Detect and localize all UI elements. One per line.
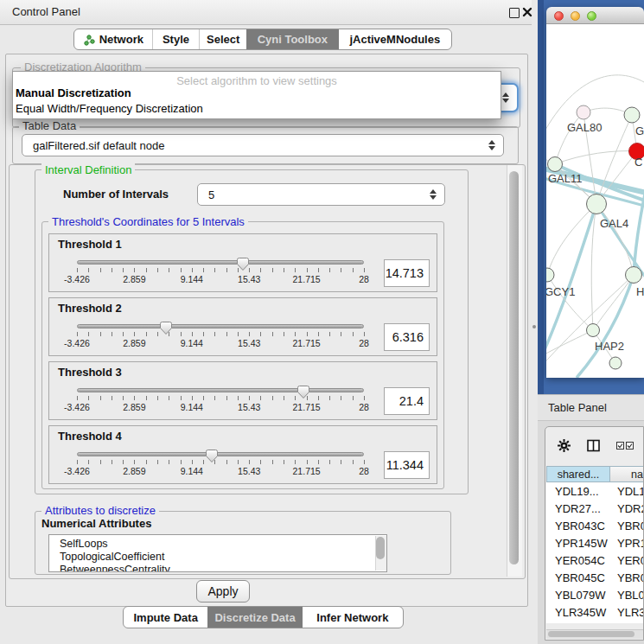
- slider-tick-label: -3.426: [64, 402, 90, 412]
- float-window-icon[interactable]: [509, 8, 520, 18]
- tab-label: Style: [163, 33, 189, 46]
- network-node[interactable]: [587, 324, 600, 337]
- algorithm-dropdown-popup: Select algorithm to view settings Manual…: [12, 71, 501, 119]
- table-cell: YER054C: [546, 554, 610, 567]
- threshold-slider[interactable]: -3.4262.8599.14415.4321.71528: [77, 257, 364, 290]
- table-row[interactable]: YBL079WYBL0: [546, 586, 644, 603]
- table-cell: YLR3: [610, 606, 644, 619]
- network-node-label: GAL80: [567, 121, 602, 134]
- panel-splitter-handle[interactable]: [532, 325, 536, 328]
- number-of-intervals-combobox[interactable]: 5: [197, 183, 445, 206]
- table-row[interactable]: YLR345WYLR3: [546, 603, 644, 621]
- attribute-item[interactable]: BetweennessCentrality: [49, 564, 386, 572]
- table-cell: YDL19...: [546, 485, 610, 498]
- tab-label: Select: [207, 33, 239, 46]
- table-row[interactable]: YIL052CYIL0: [546, 621, 644, 623]
- attribute-item[interactable]: SelfLoops: [49, 538, 386, 551]
- slider-track[interactable]: [77, 452, 364, 456]
- network-node[interactable]: [587, 194, 607, 214]
- vertical-scrollbar-thumb[interactable]: [509, 171, 519, 564]
- tab-style[interactable]: Style: [152, 29, 200, 49]
- table-row[interactable]: YER054CYER0: [546, 552, 644, 569]
- checkbox-icon[interactable]: [626, 442, 634, 450]
- mac-zoom-icon[interactable]: [587, 11, 596, 21]
- window-title: Control Panel: [12, 5, 80, 18]
- table-row[interactable]: YDL19...YDL1: [546, 482, 644, 500]
- threshold-slider[interactable]: -3.4262.8599.14415.4321.71528: [77, 449, 364, 481]
- dropdown-option-manual-discretization[interactable]: Manual Discretization: [16, 86, 131, 99]
- gear-icon[interactable]: [557, 438, 571, 453]
- number-of-intervals-label: Number of Intervals: [63, 188, 169, 201]
- table-cell: YBR0: [610, 571, 644, 584]
- tab-jactivemnodules[interactable]: jActiveMNodules: [339, 29, 451, 49]
- network-node[interactable]: [546, 268, 554, 282]
- tab-infer-network[interactable]: Infer Network: [303, 607, 403, 628]
- network-node[interactable]: [548, 157, 563, 172]
- thresholds-group-title: Threshold's Coordinates for 5 Intervals: [48, 215, 248, 228]
- tab-discretize-data[interactable]: Discretize Data: [207, 607, 302, 628]
- table-row[interactable]: YDR27...YDR2: [546, 500, 644, 517]
- combo-arrows-icon: [502, 92, 509, 103]
- network-node[interactable]: [626, 267, 642, 284]
- tab-label: Impute Data: [133, 611, 197, 624]
- network-node-label: GA: [635, 124, 644, 137]
- column-header-shared[interactable]: shared...: [546, 466, 610, 482]
- number-of-intervals-value: 5: [208, 188, 214, 201]
- slider-tick-label: 21.715: [293, 338, 321, 348]
- threshold-value-field[interactable]: 6.316: [384, 323, 430, 351]
- close-icon[interactable]: [522, 7, 532, 17]
- numerical-attributes-list[interactable]: SelfLoopsTopologicalCoefficientBetweenne…: [48, 534, 387, 572]
- tab-impute-data[interactable]: Impute Data: [124, 607, 207, 628]
- threshold-slider[interactable]: -3.4262.8599.14415.4321.71528: [77, 385, 364, 418]
- horizontal-scrollbar-thumb[interactable]: [548, 631, 634, 637]
- network-window-titlebar[interactable]: [546, 7, 644, 24]
- slider-tick-label: 28: [359, 274, 369, 284]
- table-data-group-title: Table Data: [19, 119, 80, 132]
- network-canvas[interactable]: GAL80GACGAL11GAL4GCY1HHAP2: [546, 24, 644, 378]
- tab-cyni-toolbox[interactable]: Cyni Toolbox: [246, 29, 339, 49]
- split-columns-icon[interactable]: [587, 439, 600, 452]
- attributes-list-scrollbar-thumb[interactable]: [376, 537, 385, 559]
- threshold-value-field[interactable]: 21.4: [384, 387, 430, 415]
- tab-network[interactable]: Network: [74, 29, 152, 49]
- column-header-name[interactable]: na: [610, 466, 644, 482]
- network-view-window[interactable]: GAL80GACGAL11GAL4GCY1HHAP2: [546, 7, 644, 378]
- table-cell: YDR27...: [546, 502, 610, 515]
- threshold-label: Threshold 2: [58, 302, 122, 315]
- combo-arrows-icon: [430, 189, 437, 200]
- numerical-attributes-label: Numerical Attributes: [41, 517, 151, 530]
- network-node[interactable]: [577, 105, 590, 119]
- slider-tick-label: 15.43: [238, 402, 260, 412]
- attribute-item[interactable]: TopologicalCoefficient: [49, 551, 386, 564]
- slider-track[interactable]: [77, 388, 364, 392]
- table-data-combobox[interactable]: galFiltered.sif default node: [22, 134, 504, 156]
- threshold-value-field[interactable]: 11.344: [384, 451, 430, 479]
- table-row[interactable]: YBR045CYBR0: [546, 569, 644, 586]
- network-node[interactable]: [609, 357, 622, 369]
- mac-minimize-icon[interactable]: [571, 11, 580, 21]
- slider-track[interactable]: [77, 324, 364, 328]
- dropdown-option-equal-width-frequency[interactable]: Equal Width/Frequency Discretization: [16, 102, 203, 115]
- cyni-bottom-tabbar: Impute Data Discretize Data Infer Networ…: [123, 606, 404, 628]
- table-row[interactable]: YPR145WYPR1: [546, 534, 644, 552]
- table-row[interactable]: YBR043CYBR0: [546, 517, 644, 534]
- mac-close-icon[interactable]: [554, 11, 564, 21]
- network-node-label: HAP2: [595, 340, 624, 353]
- checkbox-icon[interactable]: [616, 442, 624, 450]
- slider-tick-label: 9.144: [181, 402, 203, 412]
- slider-ticks: [77, 332, 365, 336]
- slider-tick-label: 9.144: [181, 274, 203, 284]
- apply-button[interactable]: Apply: [196, 580, 250, 603]
- slider-track[interactable]: [77, 260, 364, 265]
- threshold-slider[interactable]: -3.4262.8599.14415.4321.71528: [77, 321, 364, 354]
- table-cell: YBL0: [610, 589, 644, 602]
- tab-label: Cyni Toolbox: [258, 33, 328, 46]
- control-panel-tabbar: Network Style Select Cyni Toolbox jActiv…: [73, 29, 452, 50]
- network-node[interactable]: [624, 107, 640, 123]
- screen: Control Panel Network Style Select Cyni …: [0, 0, 644, 644]
- dropdown-prompt-item[interactable]: Select algorithm to view settings: [13, 74, 501, 87]
- slider-tick-label: -3.426: [64, 274, 90, 284]
- slider-ticks: [77, 268, 365, 272]
- threshold-value-field[interactable]: 14.713: [384, 259, 430, 287]
- tab-select[interactable]: Select: [199, 29, 246, 49]
